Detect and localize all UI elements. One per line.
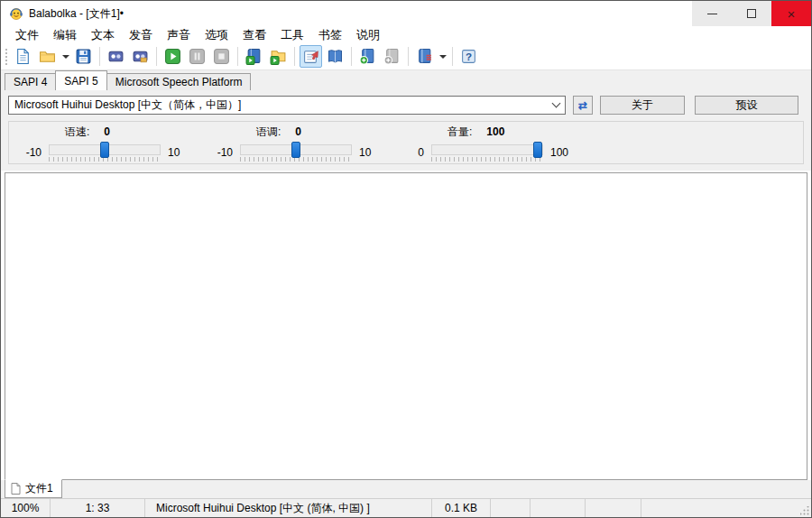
pause-icon — [189, 48, 206, 65]
help-icon: ? — [460, 48, 477, 65]
volume-slider-ticks — [431, 157, 543, 162]
tab-sapi5[interactable]: SAPI 5 — [55, 70, 106, 90]
status-zoom: 100% — [1, 499, 51, 517]
document-icon — [11, 483, 21, 495]
document-tab-bar: 文件1 — [1, 480, 811, 498]
rate-max-label: 10 — [161, 146, 191, 159]
window-controls: × — [692, 1, 811, 26]
pitch-slider-block: 语调: 0 -10 10 — [213, 125, 392, 162]
status-empty-section — [641, 499, 811, 517]
volume-max-label: 100 — [543, 146, 574, 159]
volume-slider-block: 音量: 100 0 100 — [404, 125, 583, 162]
add-dictionary-disabled-icon — [383, 48, 401, 65]
maximize-icon — [747, 9, 756, 18]
new-document-button[interactable] — [12, 45, 34, 68]
add-dictionary-icon — [359, 48, 376, 65]
open-file-button[interactable] — [36, 45, 59, 68]
chevron-down-icon — [552, 99, 561, 108]
toolbar-separator — [452, 47, 453, 66]
highlight-text-icon — [302, 48, 319, 65]
read-folder-button[interactable] — [267, 45, 290, 68]
refresh-voices-button[interactable]: ⇄ — [573, 96, 593, 115]
remove-dictionary-button[interactable] — [413, 45, 436, 68]
status-file-size: 0.1 KB — [432, 499, 491, 517]
voice-sliders-group: 语速: 0 -10 10 语调: 0 — [8, 121, 804, 164]
menu-help[interactable]: 说明 — [349, 26, 387, 44]
save-file-button[interactable] — [72, 45, 95, 68]
add-dictionary-button-disabled[interactable] — [381, 45, 403, 68]
about-voice-button[interactable]: 关于 — [600, 96, 685, 115]
toolbar-separator — [156, 47, 157, 66]
tab-sapi4[interactable]: SAPI 4 — [5, 73, 56, 90]
toolbar: ? — [1, 43, 811, 70]
status-empty-section — [531, 499, 586, 517]
save-audio-file-button[interactable] — [105, 45, 127, 68]
read-folder-icon — [270, 48, 287, 65]
read-file-icon — [245, 48, 263, 65]
voice-select-value: Microsoft Huihui Desktop [中文（简体，中国）] — [14, 97, 553, 113]
rate-slider[interactable] — [49, 144, 161, 155]
pitch-slider-thumb[interactable] — [291, 142, 300, 158]
menu-edit[interactable]: 编辑 — [46, 26, 84, 44]
dictionary-button[interactable] — [324, 45, 346, 68]
menu-options[interactable]: 选项 — [198, 26, 235, 44]
pitch-max-label: 10 — [352, 146, 383, 159]
pause-button[interactable] — [186, 45, 208, 68]
rate-label: 语速: — [65, 125, 89, 140]
pitch-slider[interactable] — [240, 144, 352, 155]
save-file-icon — [75, 48, 92, 65]
remove-dictionary-dropdown-button[interactable] — [437, 45, 448, 68]
toolbar-separator — [351, 47, 352, 66]
menu-tools[interactable]: 工具 — [273, 26, 311, 44]
open-file-dropdown-button[interactable] — [60, 45, 71, 68]
voice-panel: Microsoft Huihui Desktop [中文（简体，中国）] ⇄ 关… — [1, 90, 811, 171]
volume-slider[interactable] — [431, 144, 543, 155]
help-button[interactable]: ? — [457, 45, 480, 68]
menu-bar: 文件 编辑 文本 发音 声音 选项 查看 工具 书签 说明 — [1, 26, 811, 43]
stop-icon — [213, 48, 230, 65]
balabolka-window: Balabolka - [文件1]• × 文件 编辑 文本 发音 声音 选项 查… — [0, 0, 812, 518]
voice-engine-tabs: SAPI 4 SAPI 5 Microsoft Speech Platform — [1, 70, 811, 90]
pitch-value: 0 — [295, 125, 301, 138]
maximize-button[interactable] — [732, 1, 771, 26]
menu-file[interactable]: 文件 — [8, 26, 46, 44]
menu-pronounce[interactable]: 发音 — [122, 26, 160, 44]
add-dictionary-button[interactable] — [356, 45, 379, 68]
toolbar-gripper[interactable] — [4, 47, 7, 67]
titlebar: Balabolka - [文件1]• × — [1, 1, 811, 26]
status-empty-section — [491, 499, 531, 517]
rate-slider-thumb[interactable] — [100, 142, 109, 158]
menu-voice[interactable]: 声音 — [160, 26, 198, 44]
chevron-down-icon — [439, 55, 447, 59]
status-voice: Microsoft Huihui Desktop [中文 (简体, 中国) ] — [145, 499, 432, 517]
resize-grip[interactable] — [800, 506, 809, 515]
close-button[interactable]: × — [771, 1, 811, 26]
minimize-icon — [707, 14, 717, 14]
document-tab-file1[interactable]: 文件1 — [5, 479, 62, 498]
remove-dictionary-icon — [416, 48, 433, 65]
close-icon: × — [788, 6, 796, 22]
rate-value: 0 — [104, 125, 110, 138]
menu-view[interactable]: 查看 — [235, 26, 273, 44]
toolbar-separator — [294, 47, 295, 66]
highlight-text-toggle[interactable] — [300, 45, 322, 68]
split-audio-file-icon — [132, 48, 149, 65]
play-button[interactable] — [161, 45, 184, 68]
volume-label: 音量: — [448, 125, 472, 140]
text-editor[interactable] — [5, 172, 807, 480]
status-caret-position: 1: 33 — [51, 499, 145, 517]
volume-slider-thumb[interactable] — [533, 142, 542, 158]
minimize-button[interactable] — [692, 1, 732, 26]
stop-button[interactable] — [210, 45, 233, 68]
voice-select[interactable]: Microsoft Huihui Desktop [中文（简体，中国）] — [8, 96, 566, 115]
menu-text[interactable]: 文本 — [84, 26, 122, 44]
presets-button[interactable]: 预设 — [695, 96, 798, 115]
save-audio-file-icon — [107, 48, 125, 65]
refresh-icon: ⇄ — [578, 99, 587, 112]
menu-bookmarks[interactable]: 书签 — [311, 26, 349, 44]
tab-microsoft-speech-platform[interactable]: Microsoft Speech Platform — [106, 73, 252, 90]
balabolka-app-icon — [9, 6, 23, 21]
read-file-button[interactable] — [243, 45, 265, 68]
split-audio-file-button[interactable] — [129, 45, 152, 68]
new-document-icon — [14, 48, 32, 65]
